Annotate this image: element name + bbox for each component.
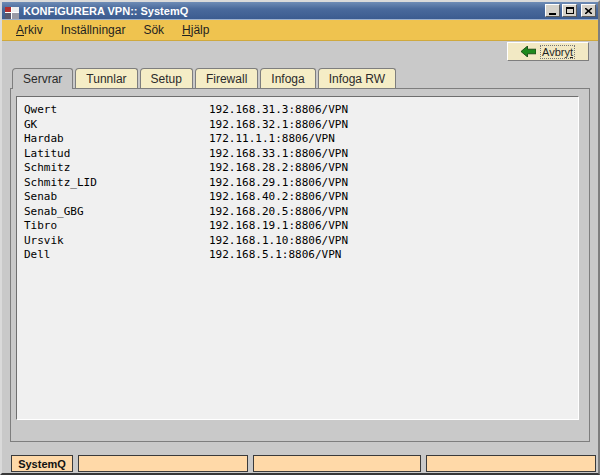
tab-bar: Servrar Tunnlar Setup Firewall Infoga In… — [12, 68, 598, 88]
status-cell — [78, 455, 248, 472]
server-row[interactable]: Hardab172.11.1.1:8806/VPN — [24, 132, 578, 147]
tab-infoga-rw[interactable]: Infoga RW — [318, 68, 396, 88]
tab-setup[interactable]: Setup — [140, 68, 193, 88]
tab-firewall[interactable]: Firewall — [195, 68, 258, 88]
servers-panel: Qwert192.168.31.3:8806/VPN GK192.168.32.… — [10, 88, 590, 442]
statusbar: SystemQ — [2, 454, 598, 473]
server-row[interactable]: Ursvik192.168.1.10:8806/VPN — [24, 234, 578, 249]
maximize-button[interactable] — [562, 4, 577, 17]
status-cell — [253, 455, 421, 472]
server-row[interactable]: Senab192.168.40.2:8806/VPN — [24, 190, 578, 205]
status-cell — [426, 455, 596, 472]
window-title: KONFIGURERA VPN:: SystemQ — [23, 2, 543, 20]
menubar: Arkiv Inställningar Sök Hjälp — [2, 20, 598, 41]
menu-installningar[interactable]: Inställningar — [52, 21, 135, 40]
toolbar: Avbryt — [2, 41, 598, 65]
server-row[interactable]: Dell192.168.5.1:8806/VPN — [24, 248, 578, 263]
close-button[interactable] — [581, 4, 596, 17]
cancel-button-label: Avbryt — [540, 45, 575, 59]
tab-servrar[interactable]: Servrar — [12, 68, 73, 88]
tab-tunnlar[interactable]: Tunnlar — [75, 68, 137, 88]
titlebar: KONFIGURERA VPN:: SystemQ — [2, 2, 598, 20]
server-row[interactable]: Schmitz_LID192.168.29.1:8806/VPN — [24, 176, 578, 191]
close-icon — [585, 8, 592, 14]
minimize-icon — [549, 13, 556, 15]
maximize-icon — [566, 7, 574, 14]
minimize-button[interactable] — [545, 4, 560, 17]
server-list: Qwert192.168.31.3:8806/VPN GK192.168.32.… — [16, 96, 579, 420]
app-icon[interactable] — [5, 5, 19, 17]
server-row[interactable]: GK192.168.32.1:8806/VPN — [24, 118, 578, 133]
server-row[interactable]: Schmitz192.168.28.2:8806/VPN — [24, 161, 578, 176]
cancel-button[interactable]: Avbryt — [507, 42, 589, 61]
status-cell-systemq: SystemQ — [11, 455, 73, 472]
menu-hjalp[interactable]: Hjälp — [173, 21, 218, 40]
server-row[interactable]: Senab_GBG192.168.20.5:8806/VPN — [24, 205, 578, 220]
server-row[interactable]: Qwert192.168.31.3:8806/VPN — [24, 103, 578, 118]
back-arrow-icon — [521, 46, 536, 57]
menu-sok[interactable]: Sök — [134, 21, 173, 40]
tab-infoga[interactable]: Infoga — [260, 68, 315, 88]
server-row[interactable]: Latitud192.168.33.1:8806/VPN — [24, 147, 578, 162]
server-row[interactable]: Tibro192.168.19.1:8806/VPN — [24, 219, 578, 234]
menu-arkiv[interactable]: Arkiv — [7, 21, 52, 40]
app-window: KONFIGURERA VPN:: SystemQ Arkiv Inställn… — [0, 0, 600, 475]
